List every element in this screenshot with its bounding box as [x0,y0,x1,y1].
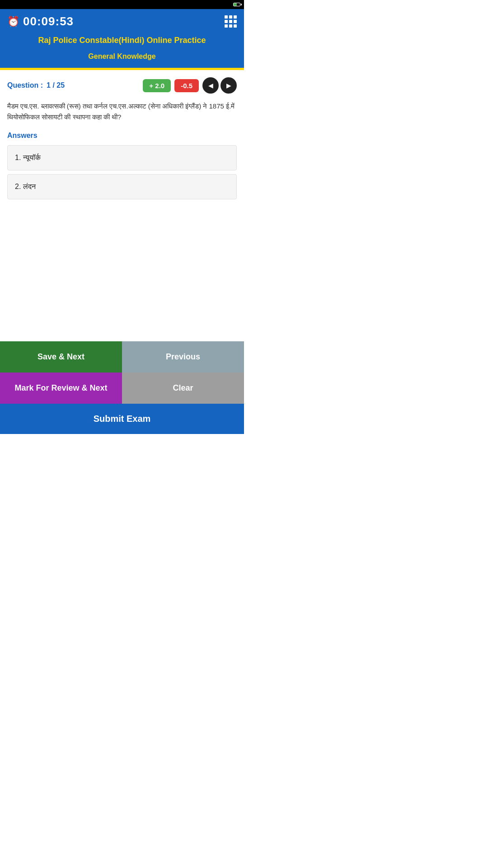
prev-arrow-button[interactable]: ◀ [202,77,219,94]
subject-title: General Knowledge [88,52,155,61]
header-top: ⏰ 00:09:53 [7,14,237,28]
right-arrow-icon: ▶ [226,82,231,89]
answer-text-2: लंदन [23,183,36,190]
mark-review-button[interactable]: Mark For Review & Next [0,373,122,404]
question-label: Question : [7,81,43,90]
answer-option-2[interactable]: 2. लंदन [7,174,237,199]
button-row-2: Mark For Review & Next Clear [0,373,244,404]
question-text: मैडम एच.एस. ब्लावत्सकी (रूस) तथा कर्नल ए… [7,101,237,123]
question-number: 1 / 25 [47,81,65,90]
status-bar [0,0,244,9]
next-arrow-button[interactable]: ▶ [221,77,237,94]
timer-section: ⏰ 00:09:53 [7,14,74,28]
positive-score-badge: + 2.0 [143,79,171,92]
save-next-button[interactable]: Save & Next [0,341,122,373]
battery-icon [233,3,240,6]
previous-button[interactable]: Previous [122,341,244,373]
timer-display: 00:09:53 [23,14,74,28]
nav-arrows: ◀ ▶ [202,77,237,94]
answer-number-1: 1. [15,154,23,161]
answers-label: Answers [7,132,237,140]
submit-exam-button[interactable]: Submit Exam [0,404,244,434]
left-arrow-icon: ◀ [208,82,213,89]
clear-button[interactable]: Clear [122,373,244,404]
question-header: Question : 1 / 25 + 2.0 -0.5 ◀ ▶ [7,77,237,94]
button-row-1: Save & Next Previous [0,341,244,373]
clock-icon: ⏰ [7,16,19,28]
question-area: Question : 1 / 25 + 2.0 -0.5 ◀ ▶ मैडम एच… [0,70,244,210]
answer-option-1[interactable]: 1. न्यूयॉर्क [7,145,237,170]
answer-number-2: 2. [15,183,23,190]
bottom-buttons: Save & Next Previous Mark For Review & N… [0,341,244,434]
negative-score-badge: -0.5 [174,79,199,92]
exam-title: Raj Police Constable(Hindi) Online Pract… [38,36,206,45]
grid-menu-icon[interactable] [225,15,237,28]
header: ⏰ 00:09:53 Raj Police Constable(Hindi) O… [0,9,244,68]
answer-text-1: न्यूयॉर्क [23,154,41,161]
